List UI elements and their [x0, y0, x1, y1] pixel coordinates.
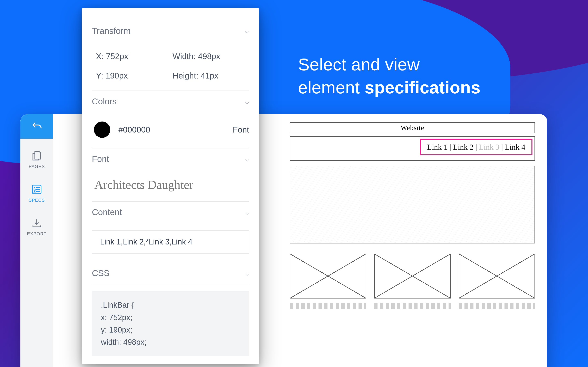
- chevron-down-icon: ⌵: [245, 208, 249, 216]
- chevron-down-icon: ⌵: [245, 269, 249, 277]
- wire-hero-image: [290, 166, 535, 243]
- wireframe-mock: Website Link 1 | Link 2 | Link 3 | Link …: [290, 122, 535, 309]
- color-row: #000000 Font: [92, 112, 249, 149]
- wire-text-placeholder: [374, 303, 450, 309]
- section-header-transform[interactable]: Transform ⌵: [92, 20, 249, 42]
- wire-image-placeholder: [374, 254, 450, 299]
- wire-text-placeholder: [459, 303, 535, 309]
- wire-col-1: [290, 254, 366, 309]
- color-hex: #000000: [118, 125, 150, 134]
- sidebar-label-specs: SPECS: [29, 198, 45, 203]
- color-swatch[interactable]: [94, 122, 110, 138]
- linkbar-selected-element[interactable]: Link 1 | Link 2 | Link 3 | Link 4: [420, 139, 532, 155]
- section-title-transform: Transform: [92, 26, 131, 36]
- hero-title: Select and view element specifications: [298, 53, 480, 99]
- section-title-font: Font: [92, 154, 109, 164]
- section-title-css: CSS: [92, 268, 109, 278]
- section-title-colors: Colors: [92, 97, 117, 106]
- wire-page-title: Website: [290, 122, 535, 133]
- css-line-1: .LinkBar {: [101, 299, 240, 311]
- css-line-4: width: 498px;: [101, 336, 240, 349]
- sidebar-item-export[interactable]: EXPORT: [20, 212, 53, 242]
- hero-line2-pre: element: [298, 78, 365, 97]
- svg-rect-2: [34, 189, 35, 190]
- undo-icon: [31, 121, 43, 132]
- wire-image-placeholder: [459, 254, 535, 299]
- section-title-content: Content: [92, 207, 122, 217]
- color-usage-label: Font: [233, 125, 249, 134]
- chevron-down-icon: ⌵: [245, 98, 249, 106]
- sidebar-label-pages: PAGES: [29, 164, 45, 169]
- pages-icon: [31, 150, 43, 161]
- wire-text-placeholder: [290, 303, 366, 309]
- hero-line2-strong: specifications: [365, 78, 480, 97]
- section-header-colors[interactable]: Colors ⌵: [92, 91, 249, 112]
- specs-panel: Transform ⌵ X: 752px Width: 498px Y: 190…: [82, 8, 259, 364]
- transform-width: Width: 498px: [173, 52, 249, 61]
- section-header-css[interactable]: CSS ⌵: [92, 263, 249, 284]
- content-value-box[interactable]: Link 1,Link 2,*Link 3,Link 4: [92, 230, 249, 254]
- transform-x: X: 752px: [96, 52, 173, 61]
- link-1: Link 1: [427, 143, 448, 151]
- wire-col-2: [374, 254, 450, 309]
- font-sample: Architects Daughter: [92, 170, 249, 202]
- wire-topbar: Link 1 | Link 2 | Link 3 | Link 4: [290, 136, 535, 161]
- specs-icon: [31, 184, 43, 195]
- link-4: Link 4: [505, 143, 525, 151]
- chevron-down-icon: ⌵: [245, 155, 249, 163]
- wire-image-placeholder: [290, 254, 366, 299]
- css-code-box[interactable]: .LinkBar { x: 752px; y: 190px; width: 49…: [92, 291, 249, 356]
- export-icon: [31, 217, 43, 229]
- link-2: Link 2: [453, 143, 474, 151]
- wire-columns-row: [290, 254, 535, 309]
- transform-height: Height: 41px: [173, 71, 249, 80]
- css-line-3: y: 190px;: [101, 324, 240, 336]
- svg-point-1: [34, 187, 35, 188]
- content-value: Link 1,Link 2,*Link 3,Link 4: [100, 238, 192, 246]
- sidebar-item-pages[interactable]: PAGES: [20, 145, 53, 174]
- sidebar-label-export: EXPORT: [27, 231, 47, 236]
- undo-button[interactable]: [20, 114, 53, 139]
- hero-line1: Select and view: [298, 55, 420, 74]
- transform-grid: X: 752px Width: 498px Y: 190px Height: 4…: [92, 42, 249, 91]
- section-header-font[interactable]: Font ⌵: [92, 149, 249, 170]
- sidebar-item-specs[interactable]: SPECS: [20, 178, 53, 208]
- wire-col-3: [459, 254, 535, 309]
- transform-y: Y: 190px: [96, 71, 173, 80]
- css-line-2: x: 752px;: [101, 311, 240, 324]
- sidebar-rail: PAGES SPECS EXPORT: [20, 114, 53, 367]
- chevron-down-icon: ⌵: [245, 27, 249, 35]
- link-3: Link 3: [479, 143, 499, 151]
- section-header-content[interactable]: Content ⌵: [92, 202, 249, 223]
